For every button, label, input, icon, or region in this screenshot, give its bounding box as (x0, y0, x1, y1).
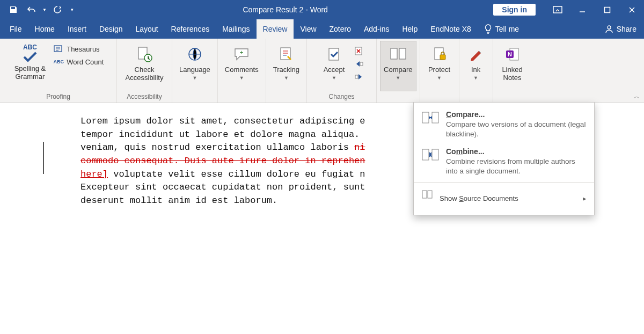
compare-docs-icon (421, 110, 440, 126)
protect-icon (432, 46, 447, 62)
group-tracking: Tracking ▼ (266, 39, 307, 103)
combine-desc: Combine revisions from multiple authors … (446, 157, 587, 176)
tracking-button[interactable]: Tracking ▼ (269, 41, 303, 91)
tab-file[interactable]: File (3, 19, 28, 39)
svg-rect-14 (399, 48, 406, 59)
share-label: Share (617, 25, 636, 33)
thesaurus-icon (54, 44, 63, 54)
customize-qat-button[interactable]: ▾ (67, 0, 77, 19)
group-label-accessibility: Accessibility (127, 91, 162, 103)
text-line: Excepteur sint occaecat cupidatat non pr… (80, 182, 365, 192)
thesaurus-button[interactable]: Thesaurus (52, 43, 106, 55)
text-line: deserunt mollit anim id est laborum. (80, 195, 277, 206)
tab-zotero[interactable]: Zotero (323, 19, 357, 39)
undo-button[interactable] (23, 0, 41, 19)
text-line: tempor incididunt ut labore et dolore ma… (80, 129, 360, 140)
group-accessibility: CheckAccessibility Accessibility (117, 39, 172, 103)
previous-change-button[interactable] (353, 58, 365, 70)
text-line: veniam, quis nostrud exercitation ullamc… (80, 142, 354, 153)
save-button[interactable] (4, 0, 23, 19)
svg-rect-1 (604, 7, 610, 12)
tab-layout[interactable]: Layout (129, 19, 165, 39)
change-bar[interactable] (43, 142, 44, 174)
previous-icon (354, 60, 364, 68)
language-icon (187, 46, 203, 62)
group-compare: Compare ▼ (377, 39, 420, 103)
tell-me-search[interactable]: Tell me (478, 19, 525, 39)
tab-help[interactable]: Help (396, 19, 424, 39)
svg-rect-12 (355, 75, 358, 78)
chevron-down-icon: ▼ (42, 8, 47, 12)
group-onenote: N LinkedNotes (493, 39, 532, 103)
tab-mailings[interactable]: Mailings (216, 19, 256, 39)
compare-title: Compare... (446, 110, 587, 119)
combine-menu-item[interactable]: Combine... Combine revisions from multip… (414, 143, 594, 180)
quick-access-toolbar: ▼ ▾ (0, 0, 77, 19)
chevron-down-icon: ▼ (396, 75, 400, 81)
svg-rect-22 (422, 149, 429, 160)
comments-button[interactable]: + Comments ▼ (221, 41, 262, 91)
svg-point-2 (608, 26, 611, 29)
linked-notes-button[interactable]: N LinkedNotes (496, 41, 529, 91)
chevron-down-icon: ▼ (332, 75, 336, 81)
language-button[interactable]: Language ▼ (175, 41, 214, 91)
tab-references[interactable]: References (165, 19, 216, 39)
sign-in-button[interactable]: Sign in (493, 4, 536, 16)
spelling-grammar-button[interactable]: ABC Spelling &Grammar (11, 41, 50, 91)
tell-me-label: Tell me (495, 25, 519, 33)
accept-button[interactable]: Accept ▼ (319, 41, 350, 91)
check-accessibility-button[interactable]: CheckAccessibility (120, 41, 169, 91)
word-count-icon: ABC (54, 57, 63, 67)
text-line: Lorem ipsum dolor sit amet, consectetur … (80, 116, 365, 126)
protect-button[interactable]: Protect ▼ (423, 41, 456, 91)
chevron-right-icon: ▸ (583, 194, 587, 202)
ribbon-display-icon (553, 6, 562, 13)
word-count-button[interactable]: ABC Word Count (52, 56, 106, 68)
tab-review[interactable]: Review (257, 19, 294, 39)
titlebar: ▼ ▾ Compare Result 2 - Word Sign in (0, 0, 644, 19)
minimize-button[interactable] (570, 0, 595, 19)
tab-view[interactable]: View (294, 19, 323, 39)
customize-icon: ▾ (71, 7, 74, 12)
show-source-menu-item[interactable]: Show Source Documents ▸ (414, 185, 594, 212)
tab-addins[interactable]: Add-ins (357, 19, 396, 39)
save-icon (9, 5, 18, 14)
tab-design[interactable]: Design (93, 19, 129, 39)
combine-docs-icon (421, 147, 440, 163)
reject-button[interactable] (353, 45, 365, 57)
collapse-ribbon-button[interactable]: ︿ (634, 92, 640, 100)
maximize-button[interactable] (595, 0, 619, 19)
thesaurus-label: Thesaurus (67, 45, 99, 53)
svg-rect-20 (422, 112, 429, 123)
tab-insert[interactable]: Insert (61, 19, 93, 39)
tracking-icon (279, 46, 294, 62)
group-ink: Ink ▼ (459, 39, 493, 103)
deleted-text: ni (354, 142, 365, 153)
redo-button[interactable] (48, 0, 67, 19)
ink-icon (469, 47, 483, 62)
onenote-icon: N (504, 46, 521, 62)
ribbon-display-options-button[interactable] (545, 0, 570, 19)
titlebar-right: Sign in (493, 0, 644, 19)
group-changes: Accept ▼ Changes (307, 39, 377, 103)
tab-home[interactable]: Home (28, 19, 61, 39)
share-button[interactable]: Share (597, 19, 644, 39)
group-comments: + Comments ▼ (218, 39, 266, 103)
svg-rect-11 (360, 62, 363, 66)
group-label-proofing: Proofing (46, 91, 70, 103)
checkmark-icon (22, 51, 38, 63)
ribbon-tabs: File Home Insert Design Layout Reference… (0, 19, 644, 39)
menu-separator (414, 182, 594, 183)
tab-endnote[interactable]: EndNote X8 (424, 19, 478, 39)
group-proofing: ABC Spelling &Grammar Thesaurus ABC Word… (0, 39, 117, 103)
compare-menu-item[interactable]: Compare... Compare two versions of a doc… (414, 106, 594, 143)
maximize-icon (604, 6, 611, 13)
accept-icon (326, 46, 342, 62)
svg-text:+: + (240, 49, 244, 56)
group-protect: Protect ▼ (420, 39, 459, 103)
close-button[interactable] (619, 0, 644, 19)
compare-button[interactable]: Compare ▼ (380, 41, 416, 91)
next-change-button[interactable] (353, 71, 365, 83)
undo-more-button[interactable]: ▼ (41, 0, 48, 19)
ink-button[interactable]: Ink ▼ (463, 41, 489, 91)
